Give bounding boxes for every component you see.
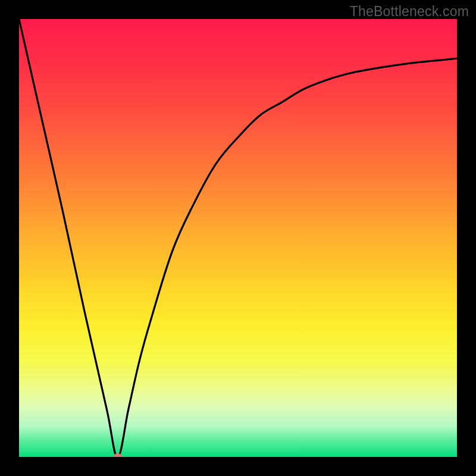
plot-area xyxy=(19,19,457,457)
optimal-point-marker xyxy=(113,453,123,457)
bottleneck-curve xyxy=(19,19,457,457)
chart-frame: TheBottleneck.com xyxy=(0,0,476,476)
watermark-text: TheBottleneck.com xyxy=(350,4,469,20)
